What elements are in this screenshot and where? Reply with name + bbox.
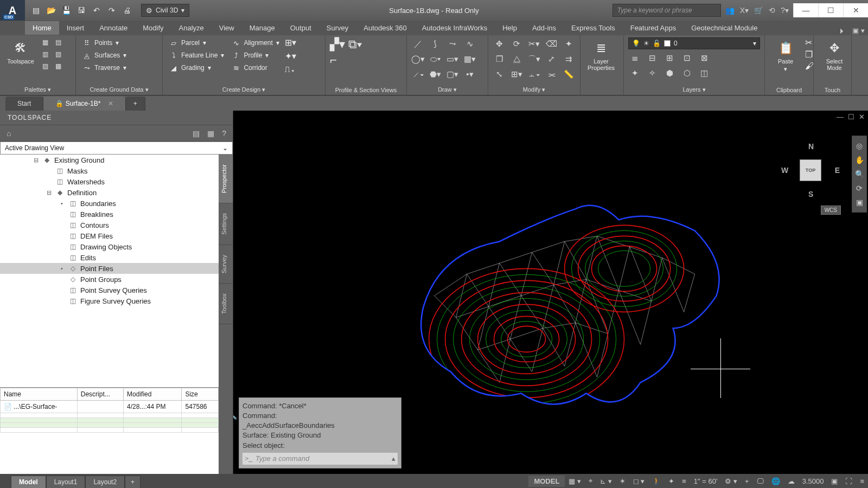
paste-button[interactable]: 📋 Paste▾ — [769, 37, 802, 75]
new-icon[interactable]: ▤ — [30, 5, 41, 16]
sb-snap-icon[interactable]: ⌖ — [585, 477, 596, 485]
ts-ico-2[interactable]: ▦ — [205, 129, 216, 138]
cmd-close-icon[interactable]: ✕ — [233, 400, 234, 410]
tab-annotate[interactable]: Annotate — [92, 21, 135, 35]
ts-help-icon[interactable]: ? — [220, 129, 228, 138]
featureline-button[interactable]: ⤵Feature Line ▾ — [167, 50, 226, 61]
tab-view[interactable]: View — [212, 21, 242, 35]
a360-icon[interactable]: ⟲ — [769, 6, 775, 15]
arc-icon[interactable]: ⟆ — [429, 37, 442, 50]
sb-dynuc-icon[interactable]: 🚶 — [648, 477, 665, 485]
tree-node[interactable]: ⊟◆Definition — [0, 187, 219, 198]
toolspace-tree[interactable]: ⊟◆Existing Ground◫Masks◫Watersheds⊟◆Defi… — [0, 155, 219, 387]
alignment-button[interactable]: ∿Alignment ▾ — [229, 37, 281, 48]
tree-node[interactable]: ◇Point Groups — [0, 274, 219, 285]
save-icon[interactable]: 💾 — [61, 5, 72, 16]
profileview-icon[interactable]: ▞▾ — [330, 37, 345, 52]
panel-psv-title[interactable]: Profile & Section Views — [330, 85, 402, 95]
layer-ico-6[interactable]: ✦ — [628, 67, 641, 80]
tree-node[interactable]: ◫Watersheds — [0, 176, 219, 187]
panel-palettes-title[interactable]: Palettes — [4, 85, 71, 95]
layer-ico-4[interactable]: ⊡ — [680, 52, 693, 65]
view-cube[interactable]: TOP N S E W — [778, 138, 843, 203]
sb-cloud-icon[interactable]: ☁ — [784, 477, 799, 485]
undo-icon[interactable]: ↶ — [91, 5, 102, 16]
tab-insert[interactable]: Insert — [59, 21, 92, 35]
dir-w[interactable]: W — [781, 166, 788, 175]
layer-ico-8[interactable]: ⬢ — [663, 67, 676, 80]
vp-max-icon[interactable]: ☐ — [848, 113, 854, 121]
tree-expander-icon[interactable]: ⊟ — [46, 189, 52, 196]
sectionview-icon[interactable]: ⧉▾ — [348, 37, 362, 52]
points-button[interactable]: ⠿Points ▾ — [80, 37, 129, 48]
app-menu-button[interactable]: AC3D — [0, 0, 25, 21]
dir-s[interactable]: S — [808, 190, 813, 198]
tab-help[interactable]: Help — [495, 21, 525, 35]
vp-min-icon[interactable]: — — [837, 113, 844, 121]
doctab-start[interactable]: Start — [5, 97, 43, 111]
cut-icon[interactable]: ✂ — [805, 37, 814, 48]
rotate-icon[interactable]: ⟳ — [510, 37, 523, 50]
zoom-icon[interactable]: 🔍 — [855, 170, 864, 178]
tab-modify[interactable]: Modify — [135, 21, 171, 35]
tree-node[interactable]: ⊟◆Existing Ground — [0, 155, 219, 165]
layer-ico-5[interactable]: ⊠ — [698, 52, 711, 65]
plot-icon[interactable]: 🖨 — [122, 5, 132, 16]
command-window[interactable]: ✕ 🔧 Command: *Cancel*Command:_AeccAddSur… — [239, 397, 401, 468]
trim-icon[interactable]: ✂▾ — [527, 37, 540, 50]
tree-node[interactable]: ◫Point Survey Queries — [0, 285, 219, 296]
exchange-icon[interactable]: X▾ — [740, 6, 749, 15]
col-size[interactable]: Size — [182, 388, 219, 401]
hatch-icon[interactable]: ▦▾ — [463, 53, 476, 66]
array-icon[interactable]: ⊞▾ — [510, 68, 523, 81]
ellipse-icon[interactable]: ⬭▾ — [429, 53, 442, 66]
drawing-viewport[interactable]: — ☐ ✕ TOP N S E W WCS ◎ ✋ 🔍 ⟳ ▣ — [233, 111, 868, 474]
layer-ico-7[interactable]: ✧ — [646, 67, 659, 80]
stretch-icon[interactable]: ⤢ — [545, 53, 558, 66]
signin-icon[interactable]: 👥 — [725, 6, 735, 15]
ts-home-icon[interactable]: ⌂ — [4, 129, 13, 138]
showmotion-icon[interactable]: ▣ — [856, 198, 863, 207]
erase-icon[interactable]: ⌫ — [545, 37, 558, 50]
viewcube-face[interactable]: TOP — [800, 159, 821, 181]
toolspace-button[interactable]: 🛠 Toolspace — [4, 37, 37, 67]
panel-draw-title[interactable]: Draw — [411, 85, 483, 95]
pline-icon[interactable]: ⟋▾ — [411, 68, 424, 81]
sb-model[interactable]: MODEL — [528, 476, 565, 487]
sb-monitor-icon[interactable]: 🖵 — [753, 477, 768, 485]
sb-lweight-icon[interactable]: ≡ — [678, 477, 690, 485]
layer-ico-1[interactable]: ≣ — [628, 52, 641, 65]
corridor-button[interactable]: ≋Corridor — [229, 62, 281, 73]
polyline-icon[interactable]: ⤳ — [446, 37, 459, 50]
intersection-icon[interactable]: ✦▾ — [285, 51, 297, 63]
sampleline-icon[interactable]: ⌐ — [330, 53, 345, 67]
tab-infraworks[interactable]: Autodesk InfraWorks — [414, 21, 495, 35]
pan-icon[interactable]: ✋ — [855, 156, 864, 164]
toolspace-view-dropdown[interactable]: Active Drawing View ⌄ — [0, 142, 233, 155]
redo-icon[interactable]: ↷ — [106, 5, 117, 16]
layer-dropdown[interactable]: 💡 ☀ 🔓 0 ▾ — [628, 37, 760, 49]
sb-iso-icon[interactable]: ▣ — [827, 477, 841, 485]
open-icon[interactable]: 📂 — [46, 5, 56, 16]
palette-ico-6[interactable]: ▩ — [53, 61, 63, 71]
align-icon[interactable]: ⫠▾ — [527, 68, 540, 81]
doctab-add[interactable]: + — [126, 97, 145, 111]
tree-node[interactable]: ◫Contours — [0, 220, 219, 230]
layout-tab-1[interactable]: Layout1 — [46, 476, 86, 488]
doctab-current[interactable]: 🔒 Surface-1B* ✕ — [43, 97, 125, 111]
tab-output[interactable]: Output — [283, 21, 319, 35]
tree-node[interactable]: ◫Breaklines — [0, 209, 219, 220]
tab-home[interactable]: Home — [25, 21, 59, 35]
select-mode-button[interactable]: ✥ Select Mode — [818, 37, 851, 73]
layer-ico-10[interactable]: ◫ — [698, 67, 711, 80]
tab-survey[interactable]: Survey — [319, 21, 356, 35]
cmd-config-icon[interactable]: 🔧 — [233, 411, 237, 421]
palette-ico-5[interactable]: ▨ — [40, 61, 50, 71]
nav-wheel-icon[interactable]: ◎ — [856, 142, 863, 150]
panel-modify-title[interactable]: Modify — [493, 85, 576, 95]
sb-ortho-icon[interactable]: ⊾ ▾ — [596, 477, 616, 485]
sb-osnap-icon[interactable]: ◻ ▾ — [629, 477, 649, 485]
close-icon[interactable]: ✕ — [108, 100, 113, 107]
sb-clean-icon[interactable]: ⛶ — [841, 477, 856, 485]
saveas-icon[interactable]: 🖫 — [76, 5, 87, 16]
